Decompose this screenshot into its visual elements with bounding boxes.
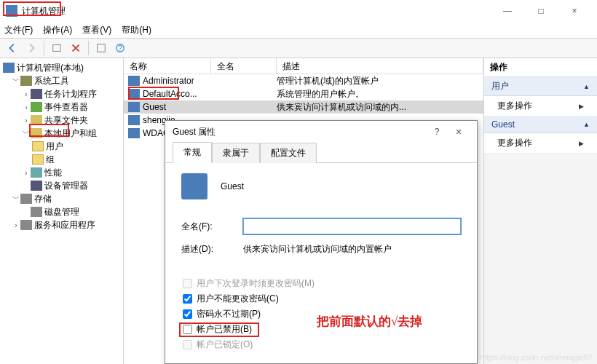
user-avatar-icon (181, 173, 207, 199)
chk-cantchange-box[interactable] (183, 294, 192, 304)
titlebar: 计算机管理 — □ × (0, 0, 597, 22)
menu-help[interactable]: 帮助(H) (122, 24, 151, 36)
chk-locked-box (183, 340, 192, 349)
chk-mustchange-box (183, 279, 192, 288)
toolbar-divider (44, 41, 44, 55)
refresh-button[interactable] (93, 40, 109, 56)
menubar: 文件(F) 操作(A) 查看(V) 帮助(H) (0, 22, 597, 38)
tree-devmgr[interactable]: 设备管理器 (1, 179, 122, 192)
toolbar-divider (88, 41, 89, 55)
minimize-button[interactable]: — (491, 0, 524, 22)
user-row[interactable]: DefaultAcco...系统管理的用户帐户。 (124, 87, 483, 100)
user-icon (128, 89, 140, 99)
collapse-icon: ▲ (583, 121, 590, 128)
tree-services[interactable]: ›服务和应用程序 (1, 218, 122, 232)
dialog-body: Guest 全名(F): 描述(D): 供来宾访问计算机或访问域的内置帐户 用户… (165, 163, 477, 364)
tree-sched[interactable]: ›任务计划程序 (1, 87, 122, 100)
actions-more[interactable]: 更多操作▶ (484, 96, 597, 116)
user-icon (128, 115, 140, 125)
actions-pane: 操作 用户▲ 更多操作▶ Guest▲ 更多操作▶ (484, 58, 597, 364)
actions-group-user[interactable]: 用户▲ (484, 77, 597, 96)
chk-cantchange[interactable]: 用户不能更改密码(C) (181, 293, 461, 305)
close-button[interactable]: × (558, 0, 591, 22)
actions-title: 操作 (484, 58, 597, 77)
svg-text:?: ? (118, 44, 122, 52)
annotation-text: 把前面默认的√去掉 (317, 313, 422, 330)
fullname-input[interactable] (243, 218, 461, 234)
tree-groups[interactable]: 组 (1, 153, 122, 166)
maximize-button[interactable]: □ (524, 0, 558, 22)
fullname-label: 全名(F): (181, 221, 243, 233)
tree-users[interactable]: 用户 (1, 140, 122, 153)
chk-locked: 帐户已锁定(O) (181, 339, 461, 351)
chk-mustchange: 用户下次登录时须更改密码(M) (181, 277, 461, 290)
toolbar: ? (0, 38, 597, 58)
col-fullname[interactable]: 全名 (211, 58, 277, 74)
tree-event[interactable]: ›事件查看器 (1, 100, 122, 114)
tree-systools[interactable]: ﹀系统工具 (1, 74, 122, 87)
tree-localusers[interactable]: ﹀本地用户和组 (1, 127, 122, 140)
tree-disk[interactable]: 磁盘管理 (1, 205, 122, 218)
tab-memberof[interactable]: 隶属于 (212, 143, 260, 163)
tree-root[interactable]: 计算机管理(本地) (1, 61, 122, 74)
tree-share[interactable]: ›共享文件夹 (1, 114, 122, 127)
nav-tree: 计算机管理(本地) ﹀系统工具 ›任务计划程序 ›事件查看器 ›共享文件夹 ﹀本… (0, 58, 124, 364)
user-row[interactable]: Administrator管理计算机(域)的内置帐户 (124, 74, 483, 87)
desc-label: 描述(D): (181, 243, 243, 256)
tree-storage[interactable]: ﹀存储 (1, 192, 122, 205)
forward-button[interactable] (23, 40, 39, 56)
dialog-titlebar: Guest 属性 ? × (165, 121, 477, 143)
user-row-selected[interactable]: Guest供来宾访问计算机或访问域的内... (124, 100, 483, 114)
back-button[interactable] (4, 40, 20, 56)
actions-group-guest[interactable]: Guest▲ (484, 116, 597, 133)
col-desc[interactable]: 描述 (277, 58, 483, 74)
collapse-icon: ▲ (583, 83, 590, 90)
dialog-username: Guest (221, 181, 244, 191)
delete-button[interactable] (68, 40, 84, 56)
chevron-right-icon: ▶ (579, 103, 584, 110)
window-title: 计算机管理 (22, 5, 491, 17)
actions-more[interactable]: 更多操作▶ (484, 133, 597, 154)
chk-disabled-box[interactable] (183, 325, 192, 334)
tab-general[interactable]: 常规 (173, 142, 212, 163)
menu-view[interactable]: 查看(V) (82, 24, 111, 36)
tree-perf[interactable]: ›性能 (1, 166, 122, 179)
tab-profile[interactable]: 配置文件 (260, 143, 317, 163)
dialog-close-button[interactable]: × (448, 126, 470, 138)
help-button[interactable]: ? (112, 40, 128, 56)
svg-rect-1 (98, 44, 106, 52)
dialog-tabs: 常规 隶属于 配置文件 (165, 143, 477, 163)
properties-button[interactable] (49, 40, 65, 56)
desc-value: 供来宾访问计算机或访问域的内置帐户 (243, 243, 461, 256)
dialog-title: Guest 属性 (173, 126, 426, 138)
svg-rect-0 (53, 45, 61, 52)
watermark: https://blog.csdn.net/shengjie87 (480, 353, 593, 362)
dialog-help-button[interactable]: ? (426, 127, 448, 137)
user-icon (128, 102, 140, 112)
col-name[interactable]: 名称 (124, 58, 211, 74)
list-header: 名称 全名 描述 (124, 58, 483, 74)
user-icon (128, 128, 140, 138)
app-icon (6, 5, 17, 17)
user-icon (128, 76, 140, 86)
menu-action[interactable]: 操作(A) (43, 24, 72, 36)
menu-file[interactable]: 文件(F) (4, 24, 33, 36)
chk-neverexp-box[interactable] (183, 309, 192, 319)
chevron-right-icon: ▶ (579, 140, 584, 147)
